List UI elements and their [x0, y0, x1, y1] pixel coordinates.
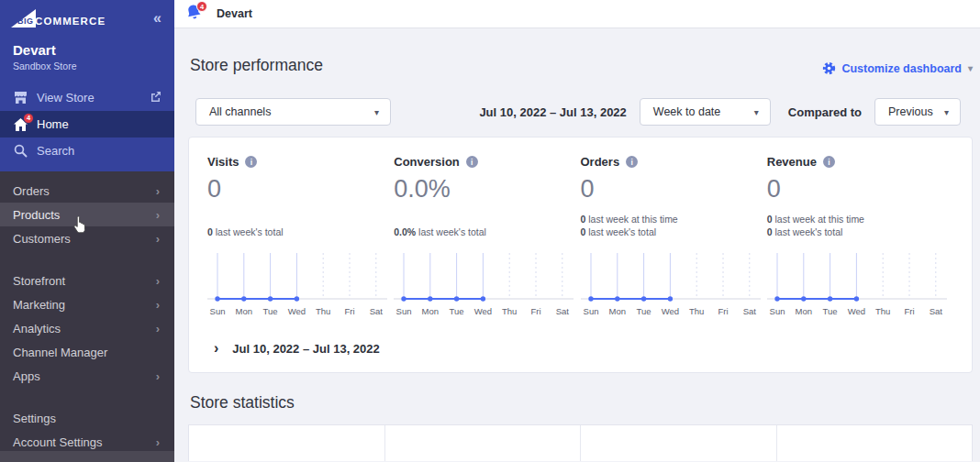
sidebar-item-apps[interactable]: Apps›: [0, 364, 174, 388]
customize-dashboard-button[interactable]: Customize dashboard ▾: [822, 61, 973, 75]
data-point: [801, 296, 806, 301]
info-icon[interactable]: i: [466, 156, 478, 168]
sparkline-chart-visits: SunMonTueWedThuFriSat: [207, 251, 394, 324]
data-point: [268, 296, 273, 301]
sidebar-item-orders[interactable]: Orders›: [0, 179, 174, 203]
day-tick-label: Wed: [288, 306, 306, 316]
sidebar-item-label: Marketing: [13, 298, 65, 312]
comparison-select-value: Previous: [888, 105, 933, 118]
sidebar-item-storefront[interactable]: Storefront›: [0, 269, 174, 292]
day-tick-label: Sun: [210, 306, 226, 316]
channel-select[interactable]: All channels ▾: [195, 98, 391, 126]
data-point: [774, 296, 779, 301]
data-point: [481, 296, 485, 301]
day-tick-label: Sun: [583, 306, 598, 316]
metric-value: 0.0%: [394, 175, 569, 204]
period-select[interactable]: Week to date ▾: [640, 98, 771, 126]
notifications-bell-icon[interactable]: 4: [185, 4, 206, 24]
stats-table-cell: [385, 425, 582, 461]
sparkline-chart-revenue: SunMonTueWedThuFriSat: [767, 251, 953, 324]
sidebar-item-label: Analytics: [13, 322, 61, 336]
sidebar-item-view-store[interactable]: View Store: [0, 84, 174, 111]
metric-label: Orders: [581, 155, 620, 169]
compared-to-label: Compared to: [788, 105, 862, 119]
day-tick-label: Tue: [822, 306, 837, 316]
bigcommerce-logo: BIG COMMERCE: [11, 9, 106, 28]
comparison-select[interactable]: Previous ▾: [874, 98, 961, 126]
metric-subline: 0 last week's total: [207, 226, 383, 238]
day-tick-label: Wed: [661, 306, 678, 316]
data-point: [402, 296, 406, 301]
sidebar-item-label: Customers: [13, 232, 71, 246]
day-tick-label: Thu: [502, 306, 517, 316]
topbar-store-name: Devart: [217, 7, 252, 20]
sidebar-item-search[interactable]: Search: [0, 138, 174, 164]
collapse-sidebar-icon[interactable]: «: [153, 11, 161, 26]
date-range-expander[interactable]: › Jul 10, 2022 – Jul 13, 2022: [207, 341, 953, 356]
caret-down-icon: ▾: [754, 107, 759, 117]
sidebar-item-channel-manager[interactable]: Channel Manager: [0, 340, 174, 364]
sidebar-item-label: Search: [37, 144, 74, 158]
channel-select-value: All channels: [209, 105, 271, 118]
chevron-right-icon: ›: [156, 208, 160, 222]
day-tick-label: Fri: [531, 306, 541, 316]
metric-subline: 0 last week at this time: [767, 213, 942, 226]
customize-dashboard-label: Customize dashboard: [841, 62, 962, 75]
store-name: Devart: [13, 42, 161, 58]
logo-text-commerce: COMMERCE: [35, 16, 106, 27]
info-icon[interactable]: i: [626, 156, 638, 168]
day-tick-label: Fri: [718, 306, 728, 316]
day-tick-label: Thu: [689, 306, 704, 316]
metric-subline: 0 last week's total: [767, 226, 942, 238]
sidebar-item-customers[interactable]: Customers›: [0, 226, 174, 250]
caret-down-icon: ▾: [944, 107, 949, 117]
sidebar-item-products[interactable]: Products›: [0, 203, 174, 226]
notification-count-badge: 4: [196, 1, 207, 12]
metric-label: Conversion: [394, 155, 460, 169]
sidebar-item-analytics[interactable]: Analytics›: [0, 316, 174, 340]
data-point: [828, 296, 832, 301]
sidebar-item-home[interactable]: 4 Home: [0, 111, 174, 138]
sidebar-item-label: Storefront: [13, 274, 65, 288]
chevron-right-icon: ›: [214, 341, 218, 356]
sidebar-item-label: Settings: [13, 412, 56, 425]
info-icon[interactable]: i: [823, 156, 835, 168]
sidebar-item-label: Orders: [13, 184, 50, 198]
sidebar-item-settings[interactable]: Settings: [0, 406, 174, 430]
info-icon[interactable]: i: [245, 156, 257, 168]
sidebar-menu: Orders›Products›Customers›Storefront›Mar…: [0, 171, 174, 462]
data-point: [241, 296, 246, 301]
gear-icon: [822, 61, 836, 75]
day-tick-label: Thu: [316, 306, 330, 316]
page-title: Store performance: [190, 56, 323, 75]
day-tick-label: Sun: [769, 306, 785, 316]
day-tick-label: Sat: [370, 306, 384, 316]
day-tick-label: Mon: [422, 306, 439, 316]
logo-text-big: BIG: [17, 16, 34, 26]
caret-down-icon: ▾: [968, 63, 973, 73]
metric-visits: Visitsi00 last week's total: [207, 155, 394, 238]
stats-table-cell: [777, 425, 973, 461]
topbar: 4 Devart: [174, 0, 980, 28]
stats-title: Store statistics: [190, 393, 295, 412]
chevron-right-icon: ›: [156, 322, 160, 336]
sidebar-item-marketing[interactable]: Marketing›: [0, 292, 174, 316]
main-area: 4 Devart Store performance Customize das…: [174, 0, 980, 462]
sidebar-bottom-strip: [0, 451, 174, 462]
store-subtitle: Sandbox Store: [13, 60, 161, 72]
charts-row: SunMonTueWedThuFriSatSunMonTueWedThuFriS…: [207, 251, 953, 324]
sidebar-item-label: Products: [13, 208, 60, 222]
stats-table-cell: [189, 425, 385, 461]
metrics-row: Visitsi00 last week's totalConversioni0.…: [207, 155, 953, 238]
day-tick-label: Fri: [904, 306, 914, 316]
sidebar-item-label: Apps: [13, 369, 40, 383]
sparkline-chart-orders: SunMonTueWedThuFriSat: [581, 251, 767, 324]
metric-subline: 0.0% last week's total: [394, 226, 569, 238]
day-tick-label: Sat: [556, 306, 570, 316]
chevron-right-icon: ›: [156, 232, 160, 246]
day-tick-label: Mon: [608, 306, 625, 316]
metric-conversion: Conversioni0.0%0.0% last week's total: [394, 155, 580, 238]
data-point: [295, 296, 299, 301]
chevron-right-icon: ›: [156, 184, 160, 198]
data-point: [454, 296, 459, 301]
